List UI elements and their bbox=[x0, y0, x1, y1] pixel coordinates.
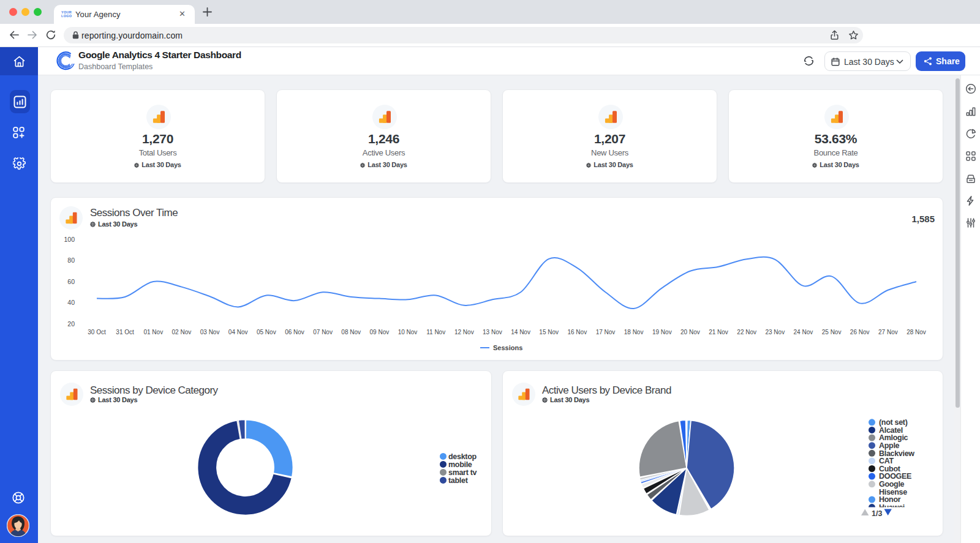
svg-text:01 Nov: 01 Nov bbox=[143, 329, 163, 335]
svg-text:08 Nov: 08 Nov bbox=[341, 329, 361, 335]
svg-text:09 Nov: 09 Nov bbox=[370, 329, 390, 335]
svg-text:24 Nov: 24 Nov bbox=[794, 329, 813, 335]
svg-text:05 Nov: 05 Nov bbox=[257, 329, 276, 335]
svg-text:11 Nov: 11 Nov bbox=[426, 329, 445, 335]
svg-text:19 Nov: 19 Nov bbox=[652, 329, 672, 335]
svg-text:03 Nov: 03 Nov bbox=[200, 329, 220, 335]
svg-text:20: 20 bbox=[67, 320, 75, 328]
svg-text:12 Nov: 12 Nov bbox=[454, 329, 474, 335]
svg-text:23 Nov: 23 Nov bbox=[765, 329, 785, 335]
svg-text:31 Oct: 31 Oct bbox=[116, 329, 134, 335]
svg-text:60: 60 bbox=[67, 278, 75, 285]
svg-text:14 Nov: 14 Nov bbox=[511, 329, 530, 335]
svg-text:smart tv: smart tv bbox=[448, 468, 477, 477]
svg-text:28 Nov: 28 Nov bbox=[907, 329, 926, 335]
svg-text:tablet: tablet bbox=[448, 476, 469, 485]
svg-text:13 Nov: 13 Nov bbox=[483, 329, 502, 335]
svg-text:1/3: 1/3 bbox=[872, 509, 882, 518]
svg-text:15 Nov: 15 Nov bbox=[539, 329, 559, 335]
svg-text:40: 40 bbox=[67, 299, 75, 306]
svg-text:20 Nov: 20 Nov bbox=[680, 329, 700, 335]
svg-text:Sessions: Sessions bbox=[493, 344, 522, 351]
svg-text:07 Nov: 07 Nov bbox=[313, 329, 333, 335]
svg-text:26 Nov: 26 Nov bbox=[850, 329, 870, 335]
svg-text:80: 80 bbox=[67, 257, 75, 264]
svg-text:21 Nov: 21 Nov bbox=[709, 329, 728, 335]
svg-text:17 Nov: 17 Nov bbox=[596, 329, 616, 335]
svg-text:mobile: mobile bbox=[448, 460, 472, 469]
svg-text:desktop: desktop bbox=[448, 452, 477, 461]
svg-text:25 Nov: 25 Nov bbox=[822, 329, 842, 335]
svg-text:04 Nov: 04 Nov bbox=[228, 329, 248, 335]
svg-text:02 Nov: 02 Nov bbox=[172, 329, 192, 335]
svg-text:27 Nov: 27 Nov bbox=[878, 329, 898, 335]
svg-text:22 Nov: 22 Nov bbox=[737, 329, 756, 335]
svg-text:06 Nov: 06 Nov bbox=[285, 329, 304, 335]
svg-text:100: 100 bbox=[64, 236, 75, 243]
svg-text:18 Nov: 18 Nov bbox=[624, 329, 644, 335]
svg-text:16 Nov: 16 Nov bbox=[567, 329, 587, 335]
svg-text:30 Oct: 30 Oct bbox=[88, 329, 106, 335]
svg-text:10 Nov: 10 Nov bbox=[398, 329, 418, 335]
